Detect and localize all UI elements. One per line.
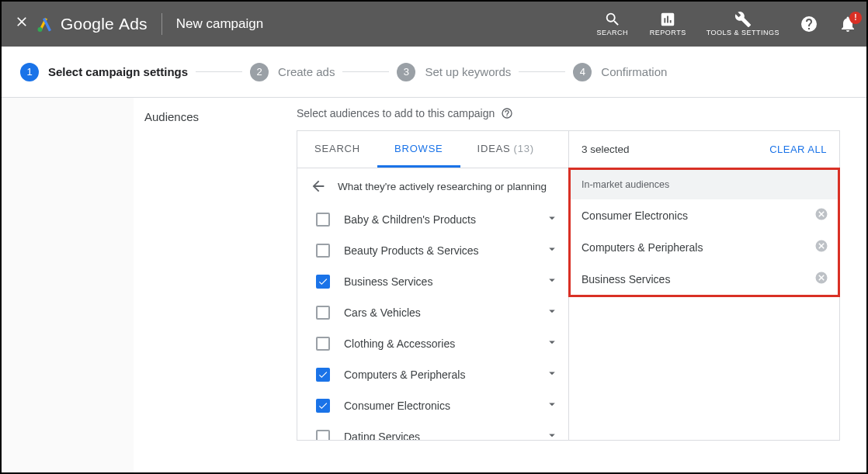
category-breadcrumb: What they're actively researching or pla…: [297, 168, 568, 204]
tab-ideas-label: IDEAS: [477, 143, 511, 154]
category-list[interactable]: Baby & Children's ProductsBeauty Product…: [297, 204, 568, 440]
help-button[interactable]: [800, 15, 818, 33]
step-4-label: Confirmation: [601, 65, 667, 78]
close-circle-icon: [814, 207, 828, 221]
category-row[interactable]: Business Services: [316, 266, 568, 297]
search-icon: [604, 11, 621, 28]
step-2-number: 2: [250, 63, 269, 81]
expand-category-button[interactable]: [545, 242, 559, 259]
category-row[interactable]: Clothing & Accessories: [316, 328, 568, 359]
category-row[interactable]: Beauty Products & Services: [316, 235, 568, 266]
close-circle-icon: [814, 271, 828, 285]
step-connector: [196, 71, 242, 72]
tab-ideas[interactable]: IDEAS (13): [460, 131, 551, 168]
selected-item-label: Business Services: [582, 273, 670, 285]
reports-button[interactable]: REPORTS: [650, 11, 686, 37]
step-1[interactable]: 1 Select campaign settings: [20, 63, 188, 81]
audiences-panel-area: Select audiences to add to this campaign…: [297, 98, 866, 472]
remove-selected-button[interactable]: [814, 271, 828, 287]
divider: [161, 13, 162, 35]
expand-category-button[interactable]: [545, 428, 559, 440]
step-1-label: Select campaign settings: [48, 65, 188, 78]
chevron-down-icon: [545, 366, 559, 380]
chevron-down-icon: [545, 428, 559, 440]
expand-category-button[interactable]: [545, 211, 559, 228]
step-2[interactable]: 2 Create ads: [250, 63, 335, 81]
back-arrow-icon[interactable]: [310, 178, 327, 195]
tab-browse[interactable]: BROWSE: [377, 131, 460, 168]
selected-header: 3 selected CLEAR ALL: [569, 131, 839, 168]
category-checkbox[interactable]: [316, 213, 330, 227]
tabs: SEARCH BROWSE IDEAS (13): [297, 131, 568, 168]
category-checkbox[interactable]: [316, 337, 330, 351]
category-checkbox[interactable]: [316, 244, 330, 258]
logo-text-ads: Ads: [119, 15, 148, 33]
breadcrumb: New campaign: [176, 16, 263, 32]
category-label: Clothing & Accessories: [344, 337, 545, 350]
app-bar: Google Ads New campaign SEARCH REPORTS T…: [2, 2, 866, 47]
search-button[interactable]: SEARCH: [595, 11, 630, 37]
reports-icon: [659, 11, 676, 28]
notification-badge: !: [849, 12, 862, 24]
step-3[interactable]: 3 Set up keywords: [397, 63, 511, 81]
remove-selected-button[interactable]: [814, 239, 828, 255]
tab-search[interactable]: SEARCH: [297, 131, 377, 168]
category-checkbox[interactable]: [316, 306, 330, 320]
selected-item-label: Computers & Peripherals: [582, 241, 703, 254]
step-3-label: Set up keywords: [425, 65, 511, 78]
section-title: Audiences: [134, 98, 297, 472]
category-row[interactable]: Baby & Children's Products: [316, 204, 568, 235]
expand-category-button[interactable]: [545, 304, 559, 321]
notifications-button[interactable]: !: [838, 15, 857, 33]
category-checkbox[interactable]: [316, 368, 330, 382]
audiences-panel: SEARCH BROWSE IDEAS (13) What they're ac…: [297, 130, 840, 441]
category-label: Computers & Peripherals: [344, 368, 545, 381]
category-label: Baby & Children's Products: [344, 213, 545, 226]
close-circle-icon: [814, 239, 828, 253]
step-connector: [342, 71, 389, 72]
help-icon: [800, 15, 818, 33]
category-checkbox[interactable]: [316, 399, 330, 413]
category-label: Cars & Vehicles: [344, 306, 545, 319]
step-1-number: 1: [20, 63, 39, 81]
category-row[interactable]: Computers & Peripherals: [316, 359, 568, 390]
step-3-number: 3: [397, 63, 415, 81]
category-checkbox[interactable]: [316, 275, 330, 289]
logo-text: Google Ads: [61, 15, 148, 33]
category-row[interactable]: Dating Services: [316, 421, 568, 440]
category-breadcrumb-text: What they're actively researching or pla…: [338, 181, 547, 192]
category-row[interactable]: Consumer Electronics: [316, 390, 568, 421]
svg-point-0: [38, 27, 43, 32]
tools-label: TOOLS & SETTINGS: [707, 29, 779, 37]
selected-item: Computers & Peripherals: [571, 231, 838, 263]
browse-column: SEARCH BROWSE IDEAS (13) What they're ac…: [297, 131, 569, 440]
helper-text: Select audiences to add to this campaign: [297, 107, 495, 119]
step-4[interactable]: 4 Confirmation: [573, 63, 667, 81]
chevron-down-icon: [545, 273, 559, 287]
logo-text-google: Google: [61, 15, 114, 33]
tab-search-label: SEARCH: [314, 143, 360, 154]
chevron-down-icon: [545, 211, 559, 225]
remove-selected-button[interactable]: [814, 207, 828, 223]
step-connector: [519, 71, 565, 72]
expand-category-button[interactable]: [545, 366, 559, 383]
selected-column: 3 selected CLEAR ALL In-market audiences…: [569, 131, 839, 440]
tools-button[interactable]: TOOLS & SETTINGS: [707, 11, 779, 37]
category-label: Dating Services: [344, 431, 545, 440]
expand-category-button[interactable]: [545, 397, 559, 414]
expand-category-button[interactable]: [545, 273, 559, 290]
chevron-down-icon: [545, 335, 559, 349]
tab-browse-label: BROWSE: [394, 143, 443, 154]
search-label: SEARCH: [597, 29, 629, 37]
step-4-number: 4: [573, 63, 592, 81]
clear-all-button[interactable]: CLEAR ALL: [769, 144, 827, 155]
selected-group-label: In-market audiences: [571, 170, 838, 199]
selected-item: Consumer Electronics: [571, 199, 838, 231]
reports-label: REPORTS: [650, 29, 686, 37]
help-outline-icon[interactable]: [501, 107, 513, 119]
selected-list: Consumer ElectronicsComputers & Peripher…: [571, 199, 838, 295]
category-checkbox[interactable]: [316, 430, 330, 440]
close-button[interactable]: [11, 14, 33, 34]
expand-category-button[interactable]: [545, 335, 559, 352]
category-row[interactable]: Cars & Vehicles: [316, 297, 568, 328]
